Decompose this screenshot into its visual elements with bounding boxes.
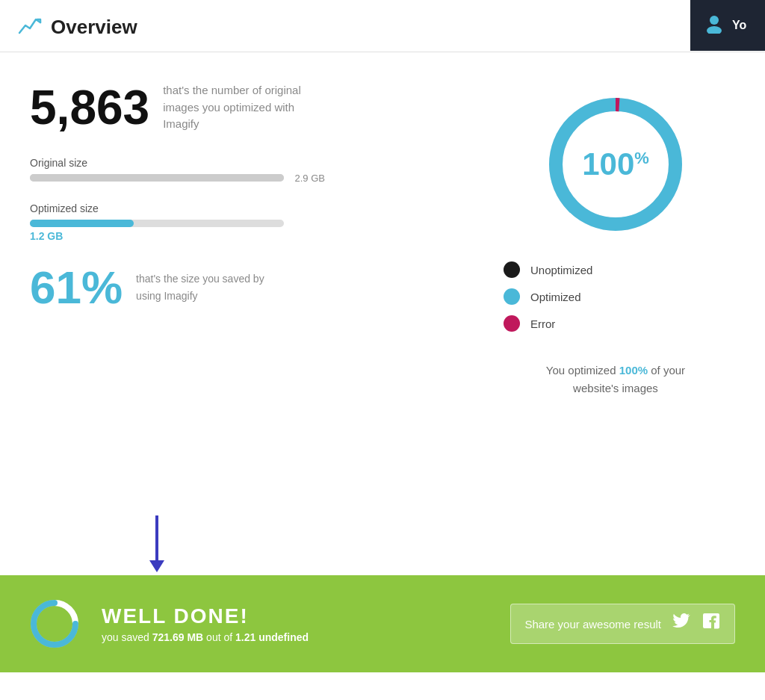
down-arrow: [149, 515, 164, 572]
savings-percent: 61%: [30, 264, 123, 311]
arrow-head: [149, 560, 164, 572]
facebook-icon[interactable]: [701, 612, 721, 636]
legend-dot-error: [504, 315, 520, 332]
share-label: Share your awesome result: [524, 618, 661, 631]
legend-dot-optimized: [504, 288, 520, 305]
green-banner: WELL DONE! you saved 721.69 MB out of 1.…: [0, 575, 765, 672]
main-content: 5,863 that's the number of original imag…: [0, 52, 765, 515]
banner-saved-amount: 721.69 MB: [152, 631, 203, 643]
donut-chart: 100%: [541, 90, 690, 239]
donut-center-value: 100%: [582, 149, 649, 180]
original-size-section: Original size 2.9 GB: [30, 157, 451, 182]
legend-dot-unoptimized: [504, 261, 520, 278]
legend-label-unoptimized: Unoptimized: [530, 264, 592, 276]
image-count-desc: that's the number of original images you…: [163, 82, 312, 133]
optimized-size-bar-fill: [30, 220, 134, 227]
twitter-icon[interactable]: [672, 612, 691, 636]
banner-sub-mid: out of: [203, 631, 235, 643]
original-size-label: Original size: [30, 157, 451, 169]
original-size-bar: 2.9 GB: [30, 174, 284, 182]
banner-title: WELL DONE!: [102, 604, 488, 628]
user-menu[interactable]: Yo: [690, 0, 765, 51]
optimized-size-section: Optimized size 1.2 GB: [30, 202, 451, 242]
image-count-stat: 5,863 that's the number of original imag…: [30, 82, 451, 133]
optimized-size-label: Optimized size: [30, 202, 451, 214]
legend-label-optimized: Optimized: [530, 291, 581, 303]
left-panel: 5,863 that's the number of original imag…: [30, 82, 451, 493]
legend-label-error: Error: [530, 318, 555, 330]
savings-row: 61% that's the size you saved by using I…: [30, 264, 451, 311]
banner-text: WELL DONE! you saved 721.69 MB out of 1.…: [102, 604, 488, 643]
banner-icon: [30, 599, 79, 648]
arrow-section: [0, 515, 765, 575]
right-panel: 100% Unoptimized Optimized Error You opt…: [496, 82, 735, 493]
chart-legend: Unoptimized Optimized Error: [496, 261, 735, 342]
optimized-size-bar: [30, 220, 284, 227]
banner-subtitle: you saved 721.69 MB out of 1.21 undefine…: [102, 631, 488, 643]
legend-optimized: Optimized: [504, 288, 728, 305]
banner-sub-prefix: you saved: [102, 631, 152, 643]
svg-point-0: [710, 16, 719, 25]
page-title: Overview: [51, 16, 137, 39]
legend-error: Error: [504, 315, 728, 332]
original-size-bar-fill: [30, 174, 284, 182]
image-count-value: 5,863: [30, 84, 149, 131]
banner-total-amount: 1.21 undefined: [235, 631, 309, 643]
chart-icon: [18, 13, 42, 41]
arrow-shaft: [155, 515, 158, 560]
legend-unoptimized: Unoptimized: [504, 261, 728, 278]
header: Overview Yo: [0, 0, 765, 52]
optimized-size-value: 1.2 GB: [30, 230, 451, 242]
savings-desc: that's the size you saved by using Imagi…: [136, 270, 270, 304]
original-size-value: 2.9 GB: [295, 173, 325, 184]
svg-point-1: [707, 26, 722, 34]
optimized-summary: You optimized 100% of yourwebsite's imag…: [546, 362, 685, 397]
user-icon: [704, 13, 725, 39]
share-box[interactable]: Share your awesome result: [510, 604, 735, 644]
user-label: Yo: [732, 19, 746, 32]
optimized-pct-highlight: 100%: [619, 364, 648, 377]
